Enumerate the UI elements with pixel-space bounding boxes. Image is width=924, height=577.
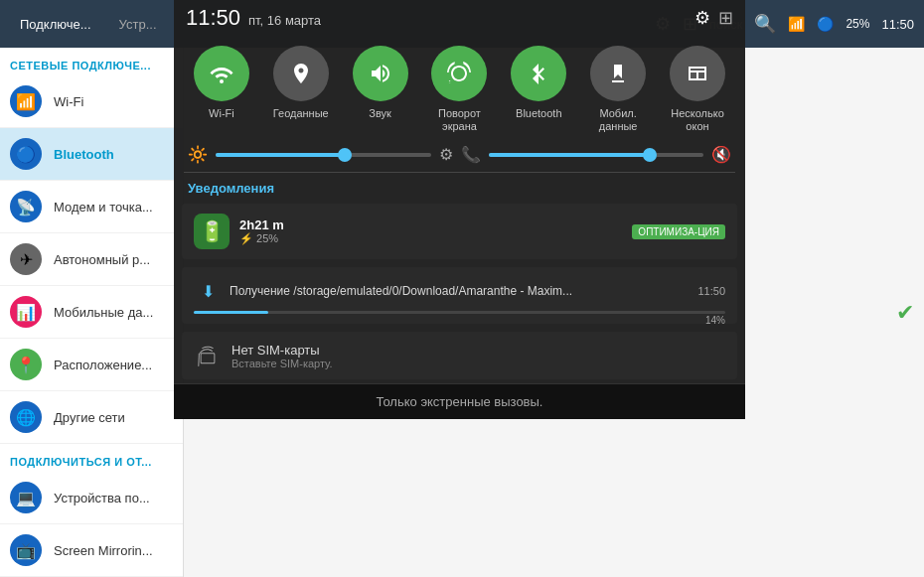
- toggle-bluetooth-label: Bluetooth: [516, 107, 561, 120]
- toggle-geo-circle: [273, 46, 329, 101]
- emergency-bar: Только экстренные вызовы.: [174, 383, 745, 419]
- notif-battery-badge: ОПТИМИЗА-ЦИЯ: [632, 224, 725, 239]
- bluetooth-status-icon: 🔵: [817, 16, 834, 32]
- download-progress-container: 14%: [194, 311, 725, 314]
- sidebar-item-airplane[interactable]: ✈ Автономный р...: [0, 233, 183, 286]
- toggle-mobile-data[interactable]: Мобил. данные: [590, 46, 646, 133]
- sidebar-other-networks-label: Другие сети: [54, 410, 125, 425]
- sidebar-screen-mirror-label: Screen Mirrorin...: [54, 543, 153, 558]
- sidebar-item-location[interactable]: 📍 Расположение...: [0, 339, 183, 391]
- sidebar-bluetooth-label: Bluetooth: [54, 147, 114, 162]
- brightness-slider-row: 🔆 ⚙ 📞 🔇: [174, 137, 745, 172]
- sidebar-item-bluetooth[interactable]: 🔵 Bluetooth: [0, 128, 183, 181]
- toggle-rotate[interactable]: Поворот экрана: [431, 46, 487, 133]
- notifications-header: Уведомления: [174, 173, 745, 200]
- download-percent: 14%: [705, 315, 725, 326]
- section-header-connect: ПОДКЛЮЧИТЬСЯ И ОТ...: [0, 444, 183, 472]
- volume-mute-icon[interactable]: 🔇: [711, 145, 731, 164]
- screen-mirror-icon: 📺: [10, 534, 42, 566]
- notif-card-sim[interactable]: Нет SIM-карты Вставьте SIM-карту.: [182, 332, 737, 379]
- bluetooth-icon: 🔵: [10, 138, 42, 170]
- notif-battery-text: 2h21 m ⚡ 25%: [239, 217, 622, 245]
- wifi-icon: 📶: [10, 85, 42, 117]
- toggle-geo-label: Геоданные: [273, 107, 329, 120]
- sidebar-hotspot-label: Модем и точка...: [54, 200, 153, 215]
- toggle-geo[interactable]: Геоданные: [273, 46, 329, 120]
- overlay-statusbar: 11:50 пт, 16 марта ⚙ ⊞: [174, 0, 745, 36]
- toggle-mobile-data-label: Мобил. данные: [599, 107, 638, 133]
- brightness-slider-fill: [216, 153, 345, 157]
- checkmark-area: ✔: [896, 300, 914, 326]
- section-header-network: СЕТЕВЫЕ ПОДКЛЮЧЕ...: [0, 48, 183, 75]
- sidebar-mobile-label: Мобильные да...: [54, 305, 153, 320]
- sim-title: Нет SIM-карты: [231, 343, 333, 358]
- sidebar-airplane-label: Автономный р...: [54, 252, 150, 267]
- notification-shade: 11:50 пт, 16 марта ⚙ ⊞ Wi-Fi: [174, 0, 745, 419]
- notif-battery-app-icon: 🔋: [194, 214, 230, 249]
- overlay-time: 11:50: [186, 5, 240, 31]
- notif-battery-subtitle: ⚡ 25%: [239, 232, 622, 245]
- sim-subtitle: Вставьте SIM-карту.: [231, 358, 333, 369]
- airplane-icon: ✈: [10, 243, 42, 275]
- volume-slider-track[interactable]: [489, 153, 704, 157]
- emergency-text: Только экстренные вызовы.: [377, 394, 543, 409]
- download-icon: ⬇: [194, 277, 222, 305]
- check-icon: ✔: [896, 300, 914, 325]
- signal-icon: 📶: [788, 16, 805, 32]
- quick-toggles-row: Wi-Fi Геоданные Звук: [174, 36, 745, 137]
- toggle-wifi[interactable]: Wi-Fi: [194, 46, 249, 120]
- hotspot-icon: 📡: [10, 191, 42, 222]
- notif-card-battery-inner: 🔋 2h21 m ⚡ 25% ОПТИМИЗА-ЦИЯ: [182, 204, 737, 259]
- notif-battery-title: 2h21 m: [239, 217, 622, 232]
- settings-sidebar: СЕТЕВЫЕ ПОДКЛЮЧЕ... 📶 Wi-Fi 🔵 Bluetooth …: [0, 48, 184, 577]
- toggle-mobile-data-circle: [590, 46, 646, 101]
- battery-indicator: 25%: [846, 17, 869, 31]
- sidebar-item-mobile-data[interactable]: 📊 Мобильные да...: [0, 286, 183, 339]
- toggle-multiwindow-label: Несколько окон: [671, 107, 724, 133]
- sidebar-item-hotspot[interactable]: 📡 Модем и точка...: [0, 181, 183, 233]
- toggle-wifi-label: Wi-Fi: [209, 107, 234, 120]
- download-progress-track: [194, 311, 725, 314]
- toggle-bluetooth[interactable]: Bluetooth: [511, 46, 566, 120]
- toggle-multiwindow-circle: [670, 46, 725, 101]
- mobile-data-icon: 📊: [10, 296, 42, 328]
- brightness-slider-thumb: [338, 148, 352, 162]
- download-filename: Получение /storage/emulated/0/Download/A…: [230, 284, 690, 298]
- sidebar-item-devices[interactable]: 💻 Устройства по...: [0, 472, 183, 524]
- toggle-rotate-circle: [431, 46, 487, 101]
- search-icon[interactable]: 🔍: [754, 13, 776, 35]
- toggle-wifi-circle: [194, 46, 249, 101]
- sidebar-devices-label: Устройства по...: [54, 491, 150, 505]
- sidebar-item-screen-mirror[interactable]: 📺 Screen Mirrorin...: [0, 524, 183, 577]
- settings-gear-icon[interactable]: ⚙: [694, 7, 710, 29]
- sidebar-item-other-networks[interactable]: 🌐 Другие сети: [0, 391, 183, 444]
- download-time: 11:50: [697, 285, 725, 297]
- sim-text-wrap: Нет SIM-карты Вставьте SIM-карту.: [231, 343, 333, 369]
- download-row: ⬇ Получение /storage/emulated/0/Download…: [194, 277, 725, 305]
- sim-card-icon: [194, 342, 222, 369]
- toggle-sound[interactable]: Звук: [353, 46, 408, 120]
- toggle-sound-circle: [353, 46, 408, 101]
- devices-icon: 💻: [10, 482, 42, 513]
- volume-slider-fill: [489, 153, 650, 157]
- toggle-bluetooth-circle: [511, 46, 566, 101]
- sidebar-wifi-label: Wi-Fi: [54, 94, 83, 109]
- toggle-multiwindow[interactable]: Несколько окон: [670, 46, 725, 133]
- sidebar-location-label: Расположение...: [54, 358, 152, 372]
- tab-devices[interactable]: Устр...: [109, 13, 167, 36]
- overlay-date: пт, 16 марта: [248, 13, 321, 28]
- volume-slider-thumb: [643, 148, 657, 162]
- grid-view-icon[interactable]: ⊞: [718, 7, 733, 29]
- toggle-rotate-label: Поворот экрана: [438, 107, 481, 133]
- notif-card-battery[interactable]: 🔋 2h21 m ⚡ 25% ОПТИМИЗА-ЦИЯ: [182, 204, 737, 259]
- sidebar-item-wifi[interactable]: 📶 Wi-Fi: [0, 75, 183, 128]
- svg-point-0: [220, 79, 224, 83]
- tab-connect[interactable]: Подключе...: [10, 13, 101, 36]
- brightness-slider-track[interactable]: [216, 153, 431, 157]
- brightness-low-icon: 🔆: [188, 145, 208, 164]
- notif-card-download[interactable]: ⬇ Получение /storage/emulated/0/Download…: [182, 267, 737, 324]
- overlay-status-icons: ⚙ ⊞: [694, 7, 733, 29]
- location-icon: 📍: [10, 349, 42, 380]
- brightness-settings-icon[interactable]: ⚙: [439, 145, 453, 164]
- volume-low-icon: 📞: [461, 145, 481, 164]
